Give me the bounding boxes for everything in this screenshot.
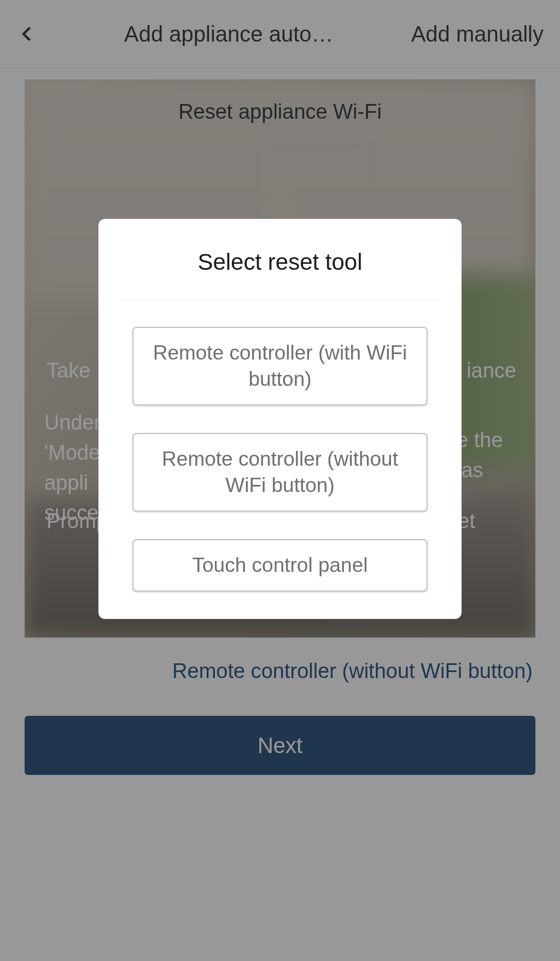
divider bbox=[120, 300, 440, 300]
option-touch-panel[interactable]: Touch control panel bbox=[132, 539, 428, 592]
option-remote-without-wifi[interactable]: Remote controller (without WiFi button) bbox=[132, 433, 428, 512]
option-remote-with-wifi[interactable]: Remote controller (with WiFi button) bbox=[132, 327, 428, 406]
modal-title: Select reset tool bbox=[120, 249, 440, 300]
select-reset-tool-modal: Select reset tool Remote controller (wit… bbox=[98, 219, 462, 619]
